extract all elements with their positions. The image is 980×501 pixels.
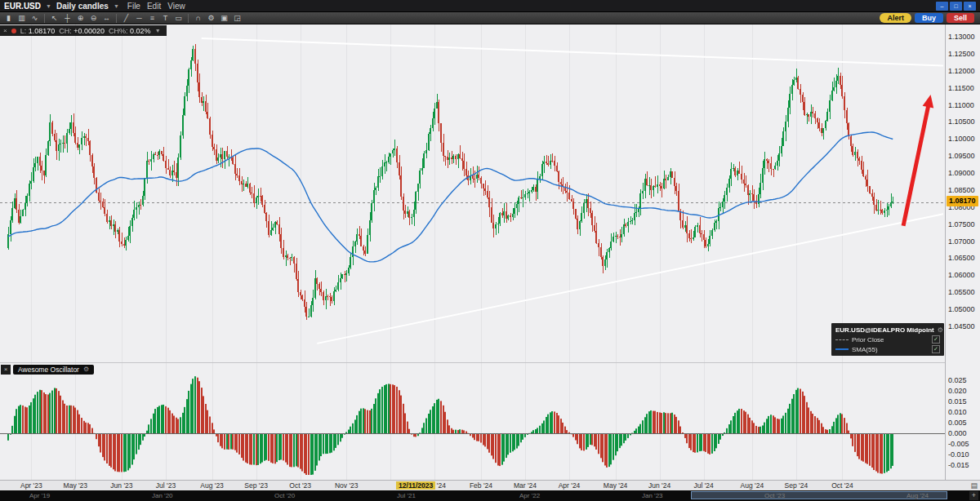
oscillator-settings-icon[interactable]: ⚙: [83, 365, 89, 375]
change-pct-label: CH%:: [109, 27, 128, 35]
legend-item-prior-close: Prior Close ✓: [835, 335, 940, 344]
ao-tick-label: 0.015: [948, 397, 967, 406]
price-tick-label: 1.05500: [948, 288, 975, 296]
horizontal-line-icon[interactable]: ─: [133, 13, 145, 24]
time-axis-label: May '24: [604, 481, 628, 490]
price-tick-label: 1.09000: [948, 169, 975, 177]
awesome-oscillator-canvas[interactable]: [0, 362, 945, 480]
crosshair-icon[interactable]: ┼: [61, 13, 74, 24]
change-value: +0.00020: [74, 27, 105, 35]
calendar-icon[interactable]: ▤: [970, 481, 978, 490]
time-axis-label: Jun '23: [110, 481, 132, 490]
buy-button[interactable]: Buy: [915, 13, 943, 23]
fibonacci-icon[interactable]: ≡: [146, 13, 158, 24]
settings-icon[interactable]: ⚙: [205, 13, 217, 24]
price-tick-label: 1.10500: [948, 117, 975, 126]
snapshot-icon[interactable]: ▣: [218, 13, 230, 24]
time-axis-label: Aug '23: [200, 481, 224, 490]
timeline-zoom-plus-button[interactable]: +: [969, 491, 978, 500]
time-axis-label: Apr '24: [559, 481, 581, 490]
ao-tick-label: 0.005: [948, 419, 967, 427]
legend-title: EUR.USD@IDEALPRO Midpoint: [835, 326, 934, 334]
line-chart-icon[interactable]: ∿: [29, 13, 41, 24]
toolbar-icons: ▮▥∿↖┼⊕⊖↔╱─≡T▭∩⚙▣◲: [2, 13, 243, 24]
shapes-icon[interactable]: ▭: [172, 13, 185, 24]
time-axis-label: Oct '23: [289, 481, 311, 490]
price-tick-label: 1.07000: [948, 237, 975, 246]
pan-icon[interactable]: ↔: [100, 13, 113, 24]
menu-edit[interactable]: Edit: [144, 2, 164, 11]
time-axis-label: Mar '24: [514, 481, 537, 490]
time-axis[interactable]: ▤ Apr '23May '23Jun '23Jul '23Aug '23Sep…: [0, 480, 980, 490]
oscillator-title-pill: Awesome Oscillator ⚙: [13, 365, 94, 375]
ao-tick-label: 0.000: [948, 429, 967, 437]
time-axis-label: Oct '24: [831, 481, 853, 490]
zoom-out-icon[interactable]: ⊖: [87, 13, 100, 24]
menu-file[interactable]: File: [124, 2, 144, 11]
sma-line-sample-icon: [835, 348, 849, 350]
oscillator-close-button[interactable]: ×: [1, 365, 11, 375]
last-value: 1.08170: [29, 27, 56, 35]
magnet-icon[interactable]: ∩: [192, 13, 204, 24]
mini-timeline-label: Apr '19: [29, 492, 50, 499]
price-tick-label: 1.07500: [948, 220, 975, 228]
main-chart-canvas[interactable]: [0, 24, 945, 362]
menu-bar: FileEditView: [124, 2, 189, 11]
close-button[interactable]: ×: [964, 2, 976, 11]
price-tick-label: 1.11000: [948, 101, 974, 109]
time-axis-label: Apr '23: [20, 481, 42, 490]
price-tick-label: 1.06500: [948, 254, 975, 262]
toolbar-separator: [188, 14, 189, 23]
time-axis-label: Jul '23: [156, 481, 176, 490]
prior-close-line-sample-icon: [835, 339, 849, 340]
last-price-badge: 1.08170: [947, 196, 978, 206]
quote-caret-icon[interactable]: ▼: [155, 28, 161, 33]
sell-button[interactable]: Sell: [947, 13, 974, 23]
expand-icon[interactable]: ◲: [231, 13, 243, 24]
trendline-icon[interactable]: ╱: [120, 13, 132, 24]
symbol-dropdown[interactable]: EUR.USD: [4, 2, 41, 11]
price-axis[interactable]: 1.130001.125001.120001.115001.110001.105…: [945, 24, 980, 480]
time-axis-label: Nov '23: [335, 481, 359, 490]
mini-timeline-label: Jul '21: [397, 492, 416, 499]
price-tick-label: 1.12000: [948, 67, 975, 75]
highlighted-date-label: 12/11/2023: [396, 481, 435, 490]
window-controls: –□×: [936, 2, 976, 11]
mini-timeline-label: Oct '20: [274, 492, 295, 499]
text-tool-icon[interactable]: T: [159, 13, 172, 24]
chart-area: × L: 1.08170 CH: +0.00020 CH%: 0.02% ▼ E…: [0, 24, 980, 490]
ao-tick-label: 0.025: [948, 376, 967, 384]
legend-item-label: Prior Close: [852, 336, 884, 344]
price-tick-label: 1.05000: [948, 305, 975, 313]
bar-chart-icon[interactable]: ▥: [16, 13, 28, 24]
trade-buttons: Alert Buy Sell: [880, 13, 978, 23]
mini-timeline-label: Apr '22: [519, 492, 540, 499]
chart-toolbar: ▮▥∿↖┼⊕⊖↔╱─≡T▭∩⚙▣◲ Alert Buy Sell: [0, 12, 980, 24]
price-tick-label: 1.13000: [948, 33, 975, 41]
legend-settings-icon[interactable]: ⚙: [938, 326, 943, 334]
close-chart-icon[interactable]: ×: [3, 27, 7, 34]
cursor-icon[interactable]: ↖: [48, 13, 60, 24]
price-tick-label: 1.06000: [948, 271, 975, 279]
legend-box: EUR.USD@IDEALPRO Midpoint ⚙ Prior Close …: [831, 323, 944, 356]
price-tick-label: 1.04500: [948, 322, 975, 330]
timeframe-dropdown[interactable]: Daily candles: [56, 2, 109, 11]
mini-timeline-label: Jan '23: [642, 492, 663, 499]
minimize-button[interactable]: –: [936, 2, 948, 11]
change-label: CH:: [59, 27, 72, 35]
sma-checkbox[interactable]: ✓: [932, 345, 940, 353]
menu-view[interactable]: View: [164, 2, 189, 11]
oscillator-title: Awesome Oscillator: [18, 365, 79, 375]
ao-tick-label: 0.020: [948, 387, 967, 395]
timeframe-caret-icon: ▼: [114, 3, 119, 9]
ao-tick-label: -0.010: [948, 450, 969, 459]
title-bar: EUR.USD ▼ Daily candles ▼ FileEditView –…: [0, 0, 980, 12]
time-axis-label: Feb '24: [470, 481, 492, 490]
candlestick-chart-icon[interactable]: ▮: [2, 13, 15, 24]
price-tick-label: 1.11500: [948, 84, 974, 92]
alert-button[interactable]: Alert: [880, 13, 911, 23]
zoom-in-icon[interactable]: ⊕: [74, 13, 87, 24]
prior-close-checkbox[interactable]: ✓: [932, 335, 940, 344]
maximize-button[interactable]: □: [950, 2, 962, 11]
symbol-caret-icon: ▼: [46, 3, 51, 9]
